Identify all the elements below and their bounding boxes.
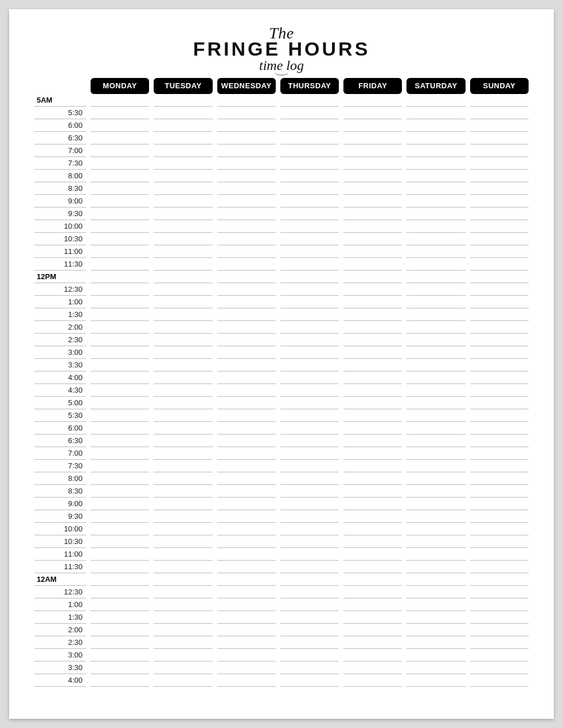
time-cell[interactable] xyxy=(217,498,276,510)
time-cell[interactable] xyxy=(406,245,465,258)
time-cell[interactable] xyxy=(406,586,465,598)
time-cell[interactable] xyxy=(217,346,276,359)
time-cell[interactable] xyxy=(217,510,276,523)
time-cell[interactable] xyxy=(280,132,339,144)
time-cell[interactable] xyxy=(470,409,529,422)
time-cell[interactable] xyxy=(91,157,149,170)
time-cell[interactable] xyxy=(343,662,402,674)
time-cell[interactable] xyxy=(470,233,529,245)
time-cell[interactable] xyxy=(406,535,465,548)
time-cell[interactable] xyxy=(280,472,339,485)
time-cell[interactable] xyxy=(406,422,465,435)
time-cell[interactable] xyxy=(91,283,149,296)
time-cell[interactable] xyxy=(406,397,465,409)
time-cell[interactable] xyxy=(280,422,339,435)
time-cell[interactable] xyxy=(91,132,149,144)
time-cell[interactable] xyxy=(406,611,465,624)
time-cell[interactable] xyxy=(217,157,276,170)
time-cell[interactable] xyxy=(154,485,212,498)
time-cell[interactable] xyxy=(406,346,465,359)
time-cell[interactable] xyxy=(217,258,276,271)
time-cell[interactable] xyxy=(154,384,212,397)
time-cell[interactable] xyxy=(343,283,402,296)
time-cell[interactable] xyxy=(343,523,402,535)
time-cell[interactable] xyxy=(217,397,276,409)
time-cell[interactable] xyxy=(154,359,212,371)
time-cell[interactable] xyxy=(91,649,149,662)
time-cell[interactable] xyxy=(343,472,402,485)
time-cell[interactable] xyxy=(470,472,529,485)
time-cell[interactable] xyxy=(343,170,402,182)
time-cell[interactable] xyxy=(154,195,212,208)
time-cell[interactable] xyxy=(406,258,465,271)
time-cell[interactable] xyxy=(154,573,212,586)
time-cell[interactable] xyxy=(154,422,212,435)
time-cell[interactable] xyxy=(91,422,149,435)
time-cell[interactable] xyxy=(470,208,529,220)
time-cell[interactable] xyxy=(91,523,149,535)
time-cell[interactable] xyxy=(154,271,212,283)
time-cell[interactable] xyxy=(280,233,339,245)
time-cell[interactable] xyxy=(343,220,402,233)
time-cell[interactable] xyxy=(217,208,276,220)
time-cell[interactable] xyxy=(91,384,149,397)
time-cell[interactable] xyxy=(217,170,276,182)
time-cell[interactable] xyxy=(217,245,276,258)
time-cell[interactable] xyxy=(470,258,529,271)
time-cell[interactable] xyxy=(280,535,339,548)
time-cell[interactable] xyxy=(217,359,276,371)
time-cell[interactable] xyxy=(406,548,465,561)
time-cell[interactable] xyxy=(343,157,402,170)
time-cell[interactable] xyxy=(343,334,402,346)
time-cell[interactable] xyxy=(154,409,212,422)
time-cell[interactable] xyxy=(154,233,212,245)
time-cell[interactable] xyxy=(217,107,276,119)
time-cell[interactable] xyxy=(217,384,276,397)
time-cell[interactable] xyxy=(91,144,149,157)
time-cell[interactable] xyxy=(217,472,276,485)
time-cell[interactable] xyxy=(406,624,465,636)
time-cell[interactable] xyxy=(280,346,339,359)
time-cell[interactable] xyxy=(91,611,149,624)
time-cell[interactable] xyxy=(154,523,212,535)
time-cell[interactable] xyxy=(91,170,149,182)
time-cell[interactable] xyxy=(91,182,149,195)
time-cell[interactable] xyxy=(470,296,529,308)
time-cell[interactable] xyxy=(470,170,529,182)
time-cell[interactable] xyxy=(470,119,529,132)
time-cell[interactable] xyxy=(217,485,276,498)
time-cell[interactable] xyxy=(343,321,402,334)
time-cell[interactable] xyxy=(343,498,402,510)
time-cell[interactable] xyxy=(280,334,339,346)
time-cell[interactable] xyxy=(217,586,276,598)
time-cell[interactable] xyxy=(91,321,149,334)
time-cell[interactable] xyxy=(154,334,212,346)
time-cell[interactable] xyxy=(91,548,149,561)
time-cell[interactable] xyxy=(154,624,212,636)
time-cell[interactable] xyxy=(280,170,339,182)
time-cell[interactable] xyxy=(91,586,149,598)
time-cell[interactable] xyxy=(280,208,339,220)
time-cell[interactable] xyxy=(406,359,465,371)
time-cell[interactable] xyxy=(217,144,276,157)
time-cell[interactable] xyxy=(280,359,339,371)
time-cell[interactable] xyxy=(343,132,402,144)
time-cell[interactable] xyxy=(470,144,529,157)
time-cell[interactable] xyxy=(470,371,529,384)
time-cell[interactable] xyxy=(343,397,402,409)
time-cell[interactable] xyxy=(217,561,276,573)
time-cell[interactable] xyxy=(343,371,402,384)
time-cell[interactable] xyxy=(280,94,339,107)
time-cell[interactable] xyxy=(280,144,339,157)
time-cell[interactable] xyxy=(154,119,212,132)
time-cell[interactable] xyxy=(406,170,465,182)
time-cell[interactable] xyxy=(343,649,402,662)
time-cell[interactable] xyxy=(154,144,212,157)
time-cell[interactable] xyxy=(470,523,529,535)
time-cell[interactable] xyxy=(91,119,149,132)
time-cell[interactable] xyxy=(154,636,212,649)
time-cell[interactable] xyxy=(470,359,529,371)
time-cell[interactable] xyxy=(406,435,465,447)
time-cell[interactable] xyxy=(280,195,339,208)
time-cell[interactable] xyxy=(470,245,529,258)
